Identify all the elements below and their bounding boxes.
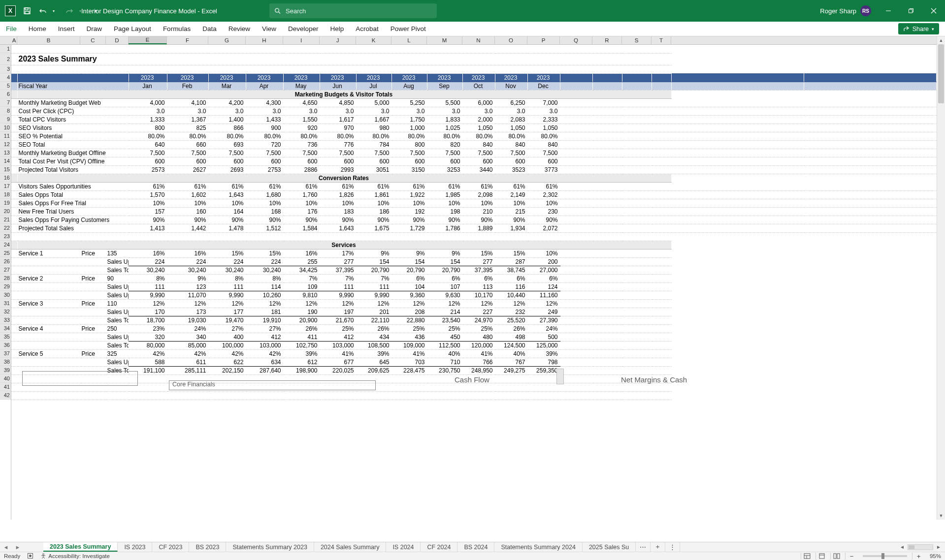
ribbon-tab-review[interactable]: Review — [223, 22, 256, 36]
zoom-out-icon[interactable]: − — [845, 553, 858, 560]
ribbon-tab-formulas[interactable]: Formulas — [157, 22, 196, 36]
row-header-16[interactable]: 16 — [0, 174, 11, 182]
sheet-tab-is-2023[interactable]: IS 2023 — [118, 542, 152, 552]
row-header-21[interactable]: 21 — [0, 216, 11, 224]
hscroll-right-icon[interactable]: ► — [934, 542, 943, 552]
row-header-41[interactable]: 41 — [0, 383, 11, 391]
sheet-tab-cf-2023[interactable]: CF 2023 — [152, 542, 189, 552]
tabs-prev-icon[interactable]: ◄ — [0, 542, 12, 552]
col-header-J[interactable]: J — [320, 36, 356, 44]
ribbon-tab-view[interactable]: View — [256, 22, 282, 36]
col-header-D[interactable]: D — [106, 36, 129, 44]
col-header-K[interactable]: K — [356, 36, 391, 44]
row-header-29[interactable]: 29 — [0, 282, 11, 291]
row-header-32[interactable]: 32 — [0, 308, 11, 316]
col-header-S[interactable]: S — [622, 36, 652, 44]
zoom-slider[interactable] — [863, 555, 907, 557]
col-header-T[interactable]: T — [652, 36, 671, 44]
row-header-11[interactable]: 11 — [0, 132, 11, 140]
row-header-4[interactable]: 4 — [0, 73, 11, 82]
row-header-18[interactable]: 18 — [0, 190, 11, 199]
row-header-13[interactable]: 13 — [0, 149, 11, 157]
row-header-24[interactable]: 24 — [0, 241, 11, 249]
row-header-17[interactable]: 17 — [0, 182, 11, 190]
view-page-layout-icon[interactable] — [815, 553, 828, 560]
col-header-I[interactable]: I — [283, 36, 320, 44]
col-header-R[interactable]: R — [592, 36, 622, 44]
ribbon-tab-help[interactable]: Help — [325, 22, 350, 36]
col-header-L[interactable]: L — [391, 36, 427, 44]
row-header-1[interactable]: 1 — [0, 45, 11, 53]
sheet-tab-statements-summary-2023[interactable]: Statements Summary 2023 — [226, 542, 314, 552]
row-header-28[interactable]: 28 — [0, 274, 11, 282]
ribbon-tab-home[interactable]: Home — [23, 22, 52, 36]
tabs-next-icon[interactable]: ► — [12, 542, 24, 552]
close-button[interactable] — [922, 0, 945, 22]
col-header-P[interactable]: P — [527, 36, 560, 44]
row-header-14[interactable]: 14 — [0, 157, 11, 165]
save-icon[interactable] — [23, 6, 32, 15]
row-header-8[interactable]: 8 — [0, 107, 11, 115]
row-header-35[interactable]: 35 — [0, 333, 11, 341]
row-header-3[interactable]: 3 — [0, 65, 11, 73]
hscroll-thumb[interactable] — [909, 545, 914, 549]
scroll-thumb[interactable] — [938, 44, 944, 103]
row-header-37[interactable]: 37 — [0, 349, 11, 358]
row-header-9[interactable]: 9 — [0, 115, 11, 124]
sheet-tab-2024-sales-summary[interactable]: 2024 Sales Summary — [314, 542, 387, 552]
sheet-tab-2023-sales-summary[interactable]: 2023 Sales Summary — [43, 542, 118, 552]
row-header-19[interactable]: 19 — [0, 199, 11, 207]
vertical-scrollbar[interactable]: ▲ ▼ — [937, 36, 945, 520]
col-header-O[interactable]: O — [495, 36, 527, 44]
row-header-15[interactable]: 15 — [0, 165, 11, 174]
undo-dropdown-icon[interactable]: ▾ — [49, 6, 58, 15]
ribbon-tab-acrobat[interactable]: Acrobat — [350, 22, 385, 36]
cells-grid[interactable]: 2023 Sales Summary2023202320232023202320… — [11, 45, 937, 520]
row-header-36[interactable]: 36 — [0, 341, 11, 349]
row-header-12[interactable]: 12 — [0, 140, 11, 149]
row-header-10[interactable]: 10 — [0, 124, 11, 132]
col-header-B[interactable]: B — [17, 36, 80, 44]
zoom-thumb[interactable] — [881, 553, 884, 559]
ribbon-tab-developer[interactable]: Developer — [282, 22, 325, 36]
sheet-tab-2025-sales-su[interactable]: 2025 Sales Su — [583, 542, 636, 552]
tabs-menu-icon[interactable]: ⋮ — [665, 542, 680, 552]
row-header-7[interactable]: 7 — [0, 98, 11, 107]
row-header-31[interactable]: 31 — [0, 299, 11, 308]
tabs-more-icon[interactable]: ⋯ — [636, 542, 651, 552]
row-header-2[interactable]: 2 — [0, 53, 11, 65]
row-header-30[interactable]: 30 — [0, 291, 11, 299]
maximize-button[interactable] — [900, 0, 922, 22]
row-header-20[interactable]: 20 — [0, 207, 11, 216]
undo-icon[interactable] — [38, 6, 47, 15]
search-input[interactable] — [286, 7, 432, 15]
row-header-42[interactable]: 42 — [0, 391, 11, 400]
macro-recorder-icon[interactable] — [27, 553, 33, 560]
ribbon-tab-file[interactable]: File — [0, 22, 23, 36]
ribbon-tab-draw[interactable]: Draw — [81, 22, 108, 36]
sheet-tab-statements-summary-2024[interactable]: Statements Summary 2024 — [494, 542, 582, 552]
horizontal-scrollbar[interactable] — [908, 544, 933, 550]
sheet-tab-cf-2024[interactable]: CF 2024 — [421, 542, 457, 552]
sheet-tab-bs-2024[interactable]: BS 2024 — [457, 542, 494, 552]
col-header-H[interactable]: H — [246, 36, 283, 44]
col-header-G[interactable]: G — [208, 36, 246, 44]
col-header-C[interactable]: C — [80, 36, 106, 44]
accessibility-status[interactable]: Accessibility: Investigate — [40, 553, 110, 559]
redo-icon[interactable] — [65, 6, 74, 15]
minimize-button[interactable] — [877, 0, 900, 22]
row-header-39[interactable]: 39 — [0, 366, 11, 374]
col-header-Q[interactable]: Q — [560, 36, 592, 44]
row-header-6[interactable]: 6 — [0, 90, 11, 98]
row-header-25[interactable]: 25 — [0, 249, 11, 257]
view-normal-icon[interactable] — [801, 553, 814, 560]
row-header-5[interactable]: 5 — [0, 82, 11, 90]
col-header-N[interactable]: N — [462, 36, 495, 44]
ribbon-tab-page-layout[interactable]: Page Layout — [108, 22, 157, 36]
hscroll-left-icon[interactable]: ◄ — [898, 542, 907, 552]
search-box[interactable] — [269, 3, 437, 18]
row-header-34[interactable]: 34 — [0, 324, 11, 333]
view-page-break-icon[interactable] — [830, 553, 843, 560]
row-header-23[interactable]: 23 — [0, 232, 11, 241]
scroll-up-icon[interactable]: ▲ — [937, 36, 945, 44]
